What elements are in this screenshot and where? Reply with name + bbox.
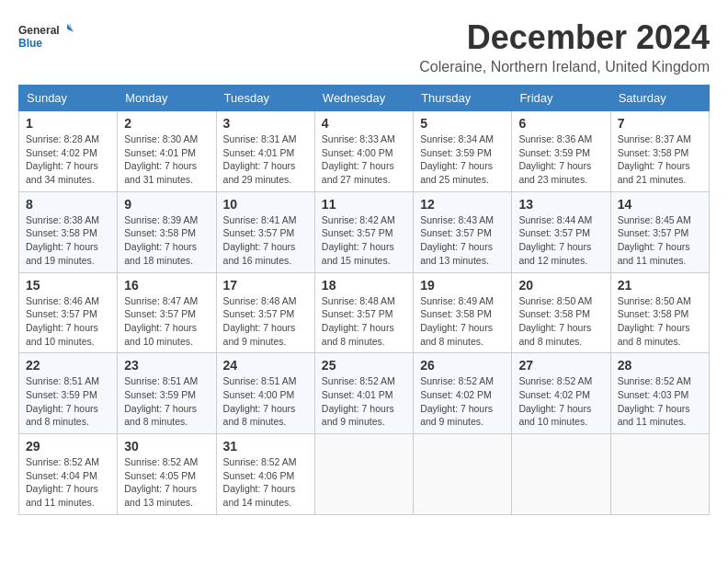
day-info: Sunrise: 8:52 AM Sunset: 4:02 PM Dayligh… xyxy=(518,374,603,429)
day-number: 8 xyxy=(26,197,110,212)
day-number: 28 xyxy=(618,358,702,373)
calendar-cell: 3 Sunrise: 8:31 AM Sunset: 4:01 PM Dayli… xyxy=(216,111,314,192)
day-info: Sunrise: 8:37 AM Sunset: 3:58 PM Dayligh… xyxy=(618,132,702,187)
calendar-cell xyxy=(610,434,709,515)
day-number: 29 xyxy=(26,439,110,454)
calendar-cell: 6 Sunrise: 8:36 AM Sunset: 3:59 PM Dayli… xyxy=(512,111,610,192)
day-number: 7 xyxy=(618,116,702,131)
day-info: Sunrise: 8:51 AM Sunset: 4:00 PM Dayligh… xyxy=(223,374,308,429)
day-info: Sunrise: 8:49 AM Sunset: 3:58 PM Dayligh… xyxy=(420,294,505,349)
day-info: Sunrise: 8:50 AM Sunset: 3:58 PM Dayligh… xyxy=(618,294,702,349)
weekday-header-friday: Friday xyxy=(512,86,610,111)
day-info: Sunrise: 8:44 AM Sunset: 3:57 PM Dayligh… xyxy=(518,213,603,268)
day-info: Sunrise: 8:43 AM Sunset: 3:57 PM Dayligh… xyxy=(420,213,505,268)
logo: General Blue xyxy=(18,18,74,55)
day-number: 16 xyxy=(124,278,209,293)
calendar-cell: 28 Sunrise: 8:52 AM Sunset: 4:03 PM Dayl… xyxy=(610,353,709,434)
calendar-cell: 21 Sunrise: 8:50 AM Sunset: 3:58 PM Dayl… xyxy=(610,272,709,353)
svg-text:General: General xyxy=(18,24,60,37)
calendar-cell: 22 Sunrise: 8:51 AM Sunset: 3:59 PM Dayl… xyxy=(19,353,118,434)
day-number: 17 xyxy=(223,278,308,293)
calendar-cell: 17 Sunrise: 8:48 AM Sunset: 3:57 PM Dayl… xyxy=(216,272,314,353)
calendar-cell: 9 Sunrise: 8:39 AM Sunset: 3:58 PM Dayli… xyxy=(118,191,216,272)
day-number: 23 xyxy=(124,358,209,373)
day-info: Sunrise: 8:50 AM Sunset: 3:58 PM Dayligh… xyxy=(518,294,603,349)
calendar-cell: 20 Sunrise: 8:50 AM Sunset: 3:58 PM Dayl… xyxy=(512,272,610,353)
day-number: 31 xyxy=(223,439,308,454)
day-number: 22 xyxy=(26,358,110,373)
day-info: Sunrise: 8:31 AM Sunset: 4:01 PM Dayligh… xyxy=(223,132,308,187)
calendar-title: December 2024 xyxy=(419,18,710,57)
calendar-cell xyxy=(414,434,512,515)
week-row-2: 8 Sunrise: 8:38 AM Sunset: 3:58 PM Dayli… xyxy=(19,191,710,272)
day-info: Sunrise: 8:52 AM Sunset: 4:01 PM Dayligh… xyxy=(322,374,406,429)
day-number: 19 xyxy=(420,278,505,293)
calendar-cell: 24 Sunrise: 8:51 AM Sunset: 4:00 PM Dayl… xyxy=(216,353,314,434)
day-info: Sunrise: 8:48 AM Sunset: 3:57 PM Dayligh… xyxy=(223,294,308,349)
calendar-cell: 4 Sunrise: 8:33 AM Sunset: 4:00 PM Dayli… xyxy=(314,111,413,192)
weekday-header-tuesday: Tuesday xyxy=(216,86,314,111)
day-number: 6 xyxy=(518,116,603,131)
day-info: Sunrise: 8:34 AM Sunset: 3:59 PM Dayligh… xyxy=(420,132,505,187)
day-info: Sunrise: 8:38 AM Sunset: 3:58 PM Dayligh… xyxy=(26,213,110,268)
calendar-cell: 25 Sunrise: 8:52 AM Sunset: 4:01 PM Dayl… xyxy=(314,353,413,434)
calendar-cell: 16 Sunrise: 8:47 AM Sunset: 3:57 PM Dayl… xyxy=(118,272,216,353)
calendar-cell: 27 Sunrise: 8:52 AM Sunset: 4:02 PM Dayl… xyxy=(512,353,610,434)
day-info: Sunrise: 8:48 AM Sunset: 3:57 PM Dayligh… xyxy=(322,294,406,349)
day-info: Sunrise: 8:41 AM Sunset: 3:57 PM Dayligh… xyxy=(223,213,308,268)
day-info: Sunrise: 8:52 AM Sunset: 4:02 PM Dayligh… xyxy=(420,374,505,429)
day-number: 26 xyxy=(420,358,505,373)
calendar-cell xyxy=(314,434,413,515)
header: General Blue December 2024 Coleraine, No… xyxy=(18,18,710,75)
day-info: Sunrise: 8:28 AM Sunset: 4:02 PM Dayligh… xyxy=(26,132,110,187)
weekday-header-row: SundayMondayTuesdayWednesdayThursdayFrid… xyxy=(19,86,710,111)
calendar-cell: 12 Sunrise: 8:43 AM Sunset: 3:57 PM Dayl… xyxy=(414,191,512,272)
day-info: Sunrise: 8:36 AM Sunset: 3:59 PM Dayligh… xyxy=(518,132,603,187)
calendar-cell: 2 Sunrise: 8:30 AM Sunset: 4:01 PM Dayli… xyxy=(118,111,216,192)
day-number: 20 xyxy=(518,278,603,293)
day-info: Sunrise: 8:47 AM Sunset: 3:57 PM Dayligh… xyxy=(124,294,209,349)
day-number: 15 xyxy=(26,278,110,293)
calendar-cell: 15 Sunrise: 8:46 AM Sunset: 3:57 PM Dayl… xyxy=(19,272,118,353)
calendar-cell: 19 Sunrise: 8:49 AM Sunset: 3:58 PM Dayl… xyxy=(414,272,512,353)
calendar-cell: 1 Sunrise: 8:28 AM Sunset: 4:02 PM Dayli… xyxy=(19,111,118,192)
calendar-cell: 14 Sunrise: 8:45 AM Sunset: 3:57 PM Dayl… xyxy=(610,191,709,272)
weekday-header-sunday: Sunday xyxy=(19,86,118,111)
day-number: 3 xyxy=(223,116,308,131)
day-number: 21 xyxy=(618,278,702,293)
logo-svg: General Blue xyxy=(18,18,74,55)
day-info: Sunrise: 8:52 AM Sunset: 4:04 PM Dayligh… xyxy=(26,455,110,510)
calendar-table: SundayMondayTuesdayWednesdayThursdayFrid… xyxy=(18,85,710,515)
calendar-cell: 18 Sunrise: 8:48 AM Sunset: 3:57 PM Dayl… xyxy=(314,272,413,353)
calendar-cell: 5 Sunrise: 8:34 AM Sunset: 3:59 PM Dayli… xyxy=(414,111,512,192)
day-number: 24 xyxy=(223,358,308,373)
calendar-cell: 29 Sunrise: 8:52 AM Sunset: 4:04 PM Dayl… xyxy=(19,434,118,515)
day-number: 27 xyxy=(518,358,603,373)
day-number: 1 xyxy=(26,116,110,131)
weekday-header-thursday: Thursday xyxy=(414,86,512,111)
title-area: December 2024 Coleraine, Northern Irelan… xyxy=(419,18,710,75)
calendar-cell: 8 Sunrise: 8:38 AM Sunset: 3:58 PM Dayli… xyxy=(19,191,118,272)
day-number: 11 xyxy=(322,197,406,212)
day-info: Sunrise: 8:33 AM Sunset: 4:00 PM Dayligh… xyxy=(322,132,406,187)
day-info: Sunrise: 8:46 AM Sunset: 3:57 PM Dayligh… xyxy=(26,294,110,349)
week-row-4: 22 Sunrise: 8:51 AM Sunset: 3:59 PM Dayl… xyxy=(19,353,710,434)
calendar-cell: 10 Sunrise: 8:41 AM Sunset: 3:57 PM Dayl… xyxy=(216,191,314,272)
day-info: Sunrise: 8:39 AM Sunset: 3:58 PM Dayligh… xyxy=(124,213,209,268)
day-number: 2 xyxy=(124,116,209,131)
calendar-cell: 13 Sunrise: 8:44 AM Sunset: 3:57 PM Dayl… xyxy=(512,191,610,272)
day-number: 10 xyxy=(223,197,308,212)
calendar-cell xyxy=(512,434,610,515)
day-number: 30 xyxy=(124,439,209,454)
week-row-1: 1 Sunrise: 8:28 AM Sunset: 4:02 PM Dayli… xyxy=(19,111,710,192)
day-number: 9 xyxy=(124,197,209,212)
day-info: Sunrise: 8:51 AM Sunset: 3:59 PM Dayligh… xyxy=(26,374,110,429)
svg-text:Blue: Blue xyxy=(18,37,42,50)
day-number: 14 xyxy=(618,197,702,212)
day-number: 12 xyxy=(420,197,505,212)
weekday-header-monday: Monday xyxy=(118,86,216,111)
day-info: Sunrise: 8:45 AM Sunset: 3:57 PM Dayligh… xyxy=(618,213,702,268)
day-number: 5 xyxy=(420,116,505,131)
calendar-cell: 26 Sunrise: 8:52 AM Sunset: 4:02 PM Dayl… xyxy=(414,353,512,434)
day-number: 25 xyxy=(322,358,406,373)
